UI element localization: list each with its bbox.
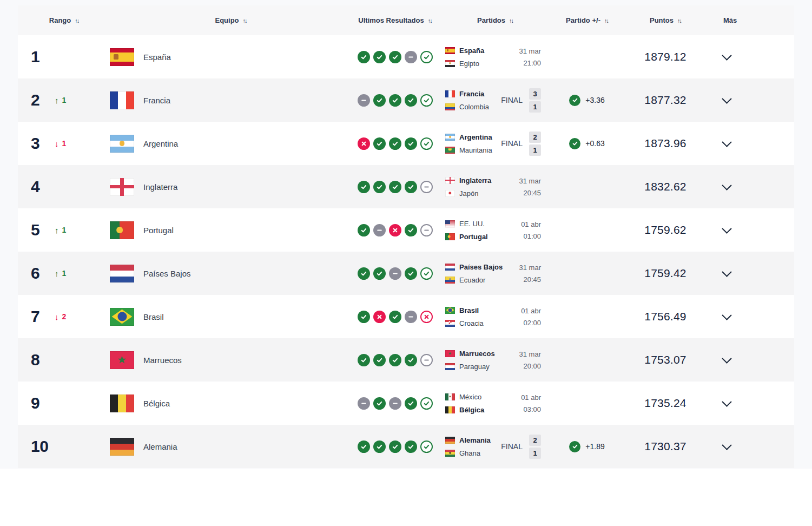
table-row[interactable]: 2↑1FranciaFranciaColombiaFINAL31+3.36187… [18, 78, 794, 122]
result-win-icon [358, 440, 370, 453]
results-cell [352, 354, 438, 366]
match-team-flag-icon [445, 90, 455, 97]
team-name: Alemania [143, 442, 177, 451]
result-win-icon [420, 397, 433, 410]
movement-indicator: ↓1 [55, 139, 66, 148]
match-score: 21 [529, 132, 541, 156]
results-cell [352, 94, 438, 107]
match-delta-cell: +3.36 [552, 95, 622, 106]
match-team-flag-icon [445, 177, 455, 184]
match-team-name: Alemania [459, 436, 491, 444]
sort-icon[interactable]: ↑↓ [677, 17, 681, 24]
movement-up-arrow-icon: ↑ [55, 269, 59, 278]
movement-up-arrow-icon: ↑ [55, 226, 59, 235]
sort-icon[interactable]: ↑↓ [243, 17, 247, 24]
table-row[interactable]: 4InglaterraInglaterraJapón31 mar20:45183… [18, 165, 794, 208]
match-team: Alemania [445, 436, 491, 444]
table-row[interactable]: 1EspañaEspañaEgipto31 mar21:001879.12 [18, 35, 794, 78]
result-draw-icon [405, 51, 417, 63]
rank-value: 6 [31, 264, 49, 282]
expand-chevron-icon[interactable] [722, 353, 731, 363]
expand-chevron-icon[interactable] [722, 94, 731, 103]
result-win-icon [358, 181, 370, 193]
team-cell: Alemania [110, 438, 352, 456]
result-win-icon [420, 137, 433, 150]
expand-chevron-icon[interactable] [722, 310, 731, 320]
team-cell: Argentina [110, 135, 352, 153]
expand-chevron-icon[interactable] [722, 397, 731, 406]
result-win-icon [373, 137, 386, 150]
result-draw-icon [373, 224, 386, 236]
column-header-label: Ultimos Resultados [358, 16, 424, 24]
column-header-rango[interactable]: Rango↑↓ [18, 16, 110, 24]
table-row[interactable]: 9BélgicaMéxicoBélgica01 abr03:001735.24 [18, 382, 794, 425]
rank-cell: 3↓1 [18, 134, 110, 153]
result-win-icon [389, 137, 401, 150]
rank-value: 7 [31, 307, 49, 326]
match-team: Portugal [445, 233, 488, 241]
match-team-flag-icon [445, 264, 455, 271]
page: Rango↑↓Equipo↑↓Ultimos Resultados↑↓Parti… [0, 0, 812, 469]
table-row[interactable]: 8MarruecosMarruecosParaguay31 mar20:0017… [18, 338, 794, 382]
team-cell: Brasil [110, 308, 352, 326]
team-name: Marruecos [143, 356, 182, 365]
expand-chevron-icon[interactable] [722, 440, 731, 450]
expand-chevron-icon[interactable] [722, 137, 731, 147]
match-team: Marruecos [445, 350, 495, 358]
column-header-equipo[interactable]: Equipo↑↓ [110, 16, 352, 24]
result-win-icon [405, 94, 417, 107]
match-team-name: Portugal [459, 233, 488, 241]
team-flag-icon [110, 178, 134, 196]
sort-icon[interactable]: ↑↓ [75, 17, 78, 24]
result-win-icon [373, 94, 386, 107]
points-value: 1877.32 [644, 94, 686, 107]
table-row[interactable]: 10AlemaniaAlemaniaGhanaFINAL21+1.891730.… [18, 425, 794, 468]
sort-icon[interactable]: ↑↓ [604, 17, 608, 24]
expand-chevron-icon[interactable] [722, 223, 731, 233]
match-teams: Países BajosEcuador [445, 263, 503, 284]
points-cell: 1753.07 [622, 353, 709, 366]
points-value: 1879.12 [644, 50, 686, 63]
team-name: Argentina [143, 139, 178, 148]
expand-chevron-icon[interactable] [722, 267, 731, 277]
expand-chevron-icon[interactable] [722, 180, 731, 190]
table-row[interactable]: 3↓1ArgentinaArgentinaMauritaniaFINAL21+0… [18, 122, 794, 165]
table-row[interactable]: 6↑1Países BajosPaíses BajosEcuador31 mar… [18, 252, 794, 295]
column-header-delta[interactable]: Partido +/-↑↓ [552, 16, 622, 24]
match-team-name: Colombia [459, 103, 489, 111]
result-draw-icon [420, 224, 433, 236]
result-draw-icon [420, 354, 433, 366]
table-row[interactable]: 7↓2BrasilBrasilCroacia01 abr02:001756.49 [18, 295, 794, 338]
points-value: 1832.62 [644, 180, 686, 193]
result-win-icon [420, 440, 433, 453]
sort-icon[interactable]: ↑↓ [428, 17, 432, 24]
match-teams: AlemaniaGhana [445, 436, 491, 457]
result-win-icon [420, 94, 433, 107]
result-win-icon [389, 354, 401, 366]
match-time: 20:00 [523, 362, 541, 370]
table-row[interactable]: 5↑1PortugalEE. UU.Portugal01 abr01:00175… [18, 208, 794, 252]
team-name: Inglaterra [143, 182, 177, 192]
column-header-puntos[interactable]: Puntos↑↓ [622, 16, 709, 24]
sort-icon[interactable]: ↑↓ [509, 17, 513, 24]
rank-value: 10 [31, 437, 49, 456]
match-team: Brasil [445, 306, 484, 314]
movement-places: 1 [62, 269, 67, 278]
match-team: Francia [445, 90, 489, 98]
result-win-icon [358, 267, 370, 280]
column-header-resultados[interactable]: Ultimos Resultados↑↓ [352, 16, 438, 24]
rank-cell: 8 [18, 351, 110, 369]
match-team-flag-icon [445, 190, 455, 197]
column-header-partidos[interactable]: Partidos↑↓ [438, 16, 552, 24]
results-cell [352, 137, 438, 150]
more-cell [709, 227, 794, 234]
match-team-flag-icon [445, 47, 455, 54]
result-draw-icon [389, 267, 401, 280]
match-team: Mauritania [445, 146, 492, 154]
match-team-name: Egipto [459, 60, 479, 68]
expand-chevron-icon[interactable] [722, 50, 731, 60]
match-date: 31 mar [519, 264, 541, 272]
match-team-name: España [459, 47, 484, 55]
team-flag-icon [110, 265, 134, 282]
match-team: Colombia [445, 103, 489, 111]
